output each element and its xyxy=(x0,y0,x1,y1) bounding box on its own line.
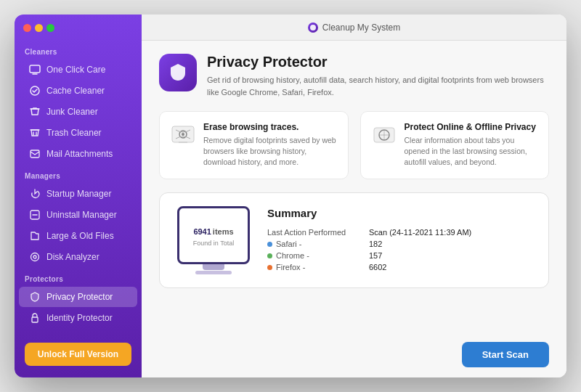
svg-point-8 xyxy=(31,253,39,261)
svg-point-11 xyxy=(310,25,316,30)
sidebar-item-large-old-files[interactable]: Large & Old Files xyxy=(19,226,137,246)
main-content-area: Privacy Protector Get rid of browsing hi… xyxy=(142,41,566,335)
feature-privacy-title: Protect Online & Offline Privacy xyxy=(405,122,539,132)
one-click-care-icon xyxy=(29,64,41,75)
section-label-cleaners: Cleaners xyxy=(15,41,142,59)
safari-dot xyxy=(267,242,272,247)
main-panel: Cleanup My System Privacy Protector Get … xyxy=(142,15,566,377)
svg-rect-10 xyxy=(32,317,38,322)
monitor-base xyxy=(195,271,232,274)
maximize-button[interactable] xyxy=(46,24,54,32)
sidebar-item-privacy-protector[interactable]: Privacy Protector xyxy=(19,287,137,307)
unlock-full-version-button[interactable]: Unlock Full Version xyxy=(25,343,131,366)
sidebar-footer: Unlock Full Version xyxy=(15,343,142,366)
minimize-button[interactable] xyxy=(35,24,43,32)
table-row: Safari - 182 xyxy=(267,238,531,250)
hero-text: Privacy Protector Get rid of browsing hi… xyxy=(207,54,549,98)
section-label-protectors: Protectors xyxy=(15,268,142,286)
start-scan-button[interactable]: Start Scan xyxy=(462,342,549,367)
section-label-managers: Managers xyxy=(15,165,142,183)
erase-traces-icon xyxy=(170,122,196,148)
summary-value: Scan (24-11-2021 11:39 AM) xyxy=(369,226,531,238)
mail-icon xyxy=(29,148,41,160)
summary-details: Summary Last Action Performed Scan (24-1… xyxy=(267,207,531,273)
feature-erase-text: Erase browsing traces. Remove digital fo… xyxy=(203,122,338,168)
monitor-stand xyxy=(203,264,224,270)
svg-point-14 xyxy=(182,133,184,136)
summary-table: Last Action Performed Scan (24-11-2021 1… xyxy=(267,226,531,273)
monitor-graphic: 6941items Found in Total xyxy=(177,206,250,274)
traffic-lights xyxy=(23,24,54,32)
items-subtitle: Found in Total xyxy=(193,240,234,247)
trash-cleaner-icon xyxy=(29,127,41,139)
features-row: Erase browsing traces. Remove digital fo… xyxy=(159,111,549,179)
sidebar: Cleaners One Click Care Cache Cleaner xyxy=(15,15,142,377)
summary-card: 6941items Found in Total Summary Last Ac… xyxy=(159,192,549,288)
summary-value: 157 xyxy=(369,250,531,261)
table-row: Chrome - 157 xyxy=(267,250,531,261)
sidebar-section-cleaners: Cleaners One Click Care Cache Cleaner xyxy=(15,41,142,165)
svg-point-9 xyxy=(33,256,36,258)
summary-value: 6602 xyxy=(369,261,531,273)
main-titlebar: Cleanup My System xyxy=(142,15,566,41)
junk-cleaner-icon xyxy=(29,106,41,118)
summary-title: Summary xyxy=(267,207,531,219)
firefox-dot xyxy=(267,265,272,270)
disk-icon xyxy=(29,251,41,263)
main-window: Cleaners One Click Care Cache Cleaner xyxy=(15,15,566,377)
items-count: 6941items xyxy=(193,223,233,238)
app-icon xyxy=(308,23,318,33)
summary-label: Firefox - xyxy=(267,261,369,273)
feature-erase-title: Erase browsing traces. xyxy=(203,122,338,132)
feature-erase-desc: Remove digital footprints saved by web b… xyxy=(203,135,338,168)
hero-icon xyxy=(159,54,197,91)
privacy-protector-icon xyxy=(29,291,41,303)
sidebar-section-managers: Managers Startup Manager Uninstall Manag… xyxy=(15,165,142,268)
summary-label: Safari - xyxy=(267,238,369,250)
table-row: Last Action Performed Scan (24-11-2021 1… xyxy=(267,226,531,238)
svg-rect-0 xyxy=(30,65,40,73)
feature-card-protect-privacy: Protect Online & Offline Privacy Clear i… xyxy=(360,111,550,179)
sidebar-titlebar xyxy=(15,15,142,41)
feature-privacy-desc: Clear information about tabs you opened … xyxy=(405,135,539,168)
sidebar-item-startup-manager[interactable]: Startup Manager xyxy=(19,184,137,204)
sidebar-section-protectors: Protectors Privacy Protector Identity Pr… xyxy=(15,268,142,329)
sidebar-item-trash-cleaner[interactable]: Trash Cleaner xyxy=(19,123,137,143)
sidebar-item-uninstall-manager[interactable]: Uninstall Manager xyxy=(19,205,137,225)
summary-label: Chrome - xyxy=(267,250,369,261)
sidebar-item-cache-cleaner[interactable]: Cache Cleaner xyxy=(19,81,137,101)
sidebar-item-one-click-care[interactable]: One Click Care xyxy=(19,60,137,80)
cache-cleaner-icon xyxy=(29,85,41,97)
window-title: Cleanup My System xyxy=(322,23,400,33)
summary-value: 182 xyxy=(369,238,531,250)
sidebar-item-identity-protector[interactable]: Identity Protector xyxy=(19,308,137,328)
hero-section: Privacy Protector Get rid of browsing hi… xyxy=(159,54,549,98)
close-button[interactable] xyxy=(23,24,31,32)
main-footer: Start Scan xyxy=(142,335,566,377)
feature-privacy-text: Protect Online & Offline Privacy Clear i… xyxy=(405,122,539,168)
files-icon xyxy=(29,230,41,242)
uninstall-icon xyxy=(29,209,41,221)
hero-description: Get rid of browsing history, autofill da… xyxy=(207,74,549,98)
summary-label: Last Action Performed xyxy=(267,226,369,238)
svg-rect-5 xyxy=(31,150,39,158)
feature-card-erase-traces: Erase browsing traces. Remove digital fo… xyxy=(159,111,349,179)
chrome-dot xyxy=(267,253,272,258)
table-row: Firefox - 6602 xyxy=(267,261,531,273)
monitor-screen: 6941items Found in Total xyxy=(177,206,250,264)
protect-privacy-icon xyxy=(371,122,397,148)
sidebar-item-disk-analyzer[interactable]: Disk Analyzer xyxy=(19,247,137,267)
identity-protector-icon xyxy=(29,312,41,324)
sidebar-item-mail-attachments[interactable]: Mail Attachments xyxy=(19,144,137,164)
hero-title: Privacy Protector xyxy=(207,54,549,70)
startup-icon xyxy=(29,188,41,200)
sidebar-item-junk-cleaner[interactable]: Junk Cleaner xyxy=(19,102,137,122)
